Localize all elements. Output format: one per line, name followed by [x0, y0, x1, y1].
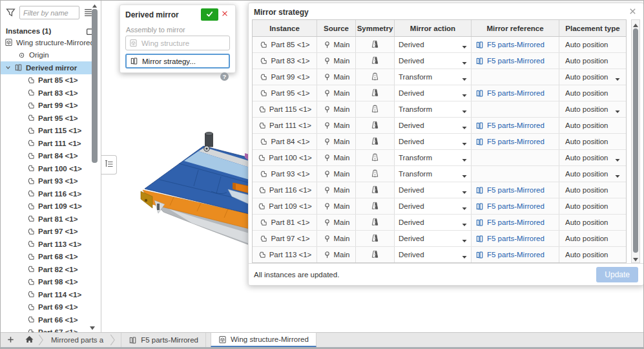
mirror-action-select[interactable]: Derived: [395, 182, 472, 198]
table-row: Part 99 <1>MainTransformAuto position: [253, 69, 626, 85]
placement-type-cell[interactable]: Auto position: [559, 150, 626, 165]
table-row: Part 95 <1>MainDerivedF5 parts-MirroredA…: [253, 85, 626, 101]
close-dialog-button[interactable]: [627, 6, 638, 18]
mirror-action-select[interactable]: Derived: [395, 37, 472, 52]
help-icon[interactable]: ?: [220, 72, 229, 81]
tree-item[interactable]: Part 81 <1>: [1, 213, 92, 226]
mirror-action-select[interactable]: Transform: [395, 150, 472, 165]
instance-label: Part 99 <1>: [271, 73, 309, 81]
source-cell: Main: [317, 215, 356, 230]
source-cell: Main: [317, 166, 356, 182]
tree-item[interactable]: Part 99 <1>: [1, 100, 92, 112]
mirror-action-select[interactable]: Derived: [395, 198, 472, 214]
tree-item[interactable]: Wing structure-Mirrored: [1, 36, 92, 49]
mirror-action-select[interactable]: Derived: [395, 247, 472, 262]
tree-item[interactable]: Part 82 <1>: [1, 263, 92, 276]
mirror-action-select[interactable]: Transform: [395, 69, 472, 85]
tree-scrollbar[interactable]: [92, 2, 98, 294]
tree-item[interactable]: Part 116 <1>: [1, 187, 92, 200]
mirror-reference-link[interactable]: F5 parts-Mirrored: [487, 218, 545, 226]
mirror-action-select[interactable]: Derived: [395, 118, 472, 133]
mirror-reference-link[interactable]: F5 parts-Mirrored: [487, 138, 545, 145]
tree-scroll-thumb[interactable]: [92, 9, 98, 163]
tree-item[interactable]: Part 98 <1>: [1, 276, 92, 289]
tree-item[interactable]: Part 115 <1>: [1, 125, 92, 138]
tree-item[interactable]: Part 93 <1>: [1, 175, 92, 188]
derived-icon: [475, 235, 484, 243]
tree-item-label: Part 100 <1>: [38, 165, 82, 173]
filter-input[interactable]: [19, 6, 79, 19]
scroll-down-icon[interactable]: [632, 256, 639, 261]
home-button[interactable]: [20, 333, 38, 347]
scroll-down-icon[interactable]: [89, 324, 96, 330]
placement-type-cell: Auto position: [559, 85, 626, 101]
mirror-action-select[interactable]: Transform: [395, 101, 472, 117]
tree-item[interactable]: Derived mirror: [1, 61, 92, 74]
tree-item[interactable]: Part 114 <1>: [1, 288, 92, 301]
source-label: Main: [334, 122, 350, 129]
tree-item[interactable]: Part 68 <1>: [1, 251, 92, 264]
tree-item[interactable]: Part 66 <1>: [1, 313, 92, 326]
tree-panel-toggle[interactable]: [101, 155, 117, 174]
table-scrollbar[interactable]: [631, 19, 640, 263]
mirror-action-select[interactable]: Derived: [395, 53, 472, 69]
mirror-reference-link[interactable]: F5 parts-Mirrored: [487, 186, 545, 194]
mirror-action-select[interactable]: Derived: [395, 231, 472, 246]
mirror-reference-link[interactable]: F5 parts-Mirrored: [487, 41, 545, 48]
tree-item[interactable]: Origin: [1, 49, 92, 62]
cancel-button[interactable]: [218, 8, 231, 21]
mirror-strategy-field[interactable]: Mirror strategy...: [125, 54, 230, 69]
mirror-reference-cell: F5 parts-Mirrored: [472, 247, 559, 262]
assembly-to-mirror-field[interactable]: Wing structure: [125, 36, 230, 50]
scroll-up-icon[interactable]: [632, 21, 639, 26]
document-tab[interactable]: Wing structure-Mirrored: [211, 332, 317, 347]
tree-item[interactable]: Part 67 <1>: [1, 326, 92, 333]
tree-item[interactable]: Part 97 <1>: [1, 226, 92, 238]
mirror-reference-link[interactable]: F5 parts-Mirrored: [487, 122, 545, 129]
mirror-action-select[interactable]: Derived: [395, 215, 472, 230]
tree-item[interactable]: Part 113 <1>: [1, 238, 92, 251]
table-row: Part 109 <1>MainDerivedF5 parts-Mirrored…: [253, 198, 626, 215]
mirror-reference-link[interactable]: F5 parts-Mirrored: [487, 202, 545, 210]
instance-tree: Wing structure-MirroredOriginDerived mir…: [1, 36, 101, 332]
part-icon: [26, 278, 35, 286]
tree-item[interactable]: Part 111 <1>: [1, 137, 92, 150]
mirror-action-select[interactable]: Derived: [395, 85, 472, 101]
update-button[interactable]: Update: [596, 267, 638, 282]
mirror-action-select[interactable]: Transform: [395, 166, 472, 182]
placement-type-cell[interactable]: Auto position: [559, 69, 626, 85]
placement-type-cell[interactable]: Auto position: [559, 166, 626, 182]
mirror-reference-cell: F5 parts-Mirrored: [472, 182, 559, 198]
source-cell: Main: [317, 150, 356, 165]
derived-icon: [475, 89, 484, 98]
mirror-action-value: Derived: [399, 57, 424, 65]
accept-button[interactable]: [201, 8, 218, 21]
assembly-icon: [129, 39, 138, 47]
symmetry-cell: [356, 69, 395, 85]
placement-type-value: Auto position: [565, 41, 608, 48]
tree-item[interactable]: Part 83 <1>: [1, 87, 92, 100]
add-tab-button[interactable]: [1, 333, 20, 347]
tree-item[interactable]: Part 95 <1>: [1, 112, 92, 125]
mirror-action-select[interactable]: Derived: [395, 134, 472, 149]
chevron-down-icon[interactable]: [5, 64, 14, 71]
mirror-reference-link[interactable]: F5 parts-Mirrored: [487, 89, 545, 97]
mirror-strategy-value: Mirror strategy...: [142, 58, 196, 65]
filter-funnel-icon[interactable]: [6, 8, 16, 17]
mirror-reference-link[interactable]: F5 parts-Mirrored: [487, 57, 545, 65]
tree-item[interactable]: Part 85 <1>: [1, 74, 92, 87]
tree-item[interactable]: Part 69 <1>: [1, 301, 92, 314]
breadcrumb[interactable]: Mirrored parts a: [45, 333, 110, 347]
part-icon: [257, 154, 265, 162]
scroll-up-icon[interactable]: [92, 2, 98, 7]
placement-type-cell[interactable]: Auto position: [559, 101, 626, 117]
tree-item[interactable]: Part 109 <1>: [1, 200, 92, 213]
tree-item[interactable]: Part 84 <1>: [1, 150, 92, 163]
tab-list: F5 parts-MirroredWing structure-Mirrored: [116, 333, 317, 347]
document-tab[interactable]: F5 parts-Mirrored: [121, 333, 206, 347]
mirror-reference-link[interactable]: F5 parts-Mirrored: [487, 235, 545, 242]
mirror-reference-link[interactable]: F5 parts-Mirrored: [487, 251, 545, 259]
table-row: Part 84 <1>MainDerivedF5 parts-MirroredA…: [253, 134, 626, 150]
table-scroll-thumb[interactable]: [633, 28, 638, 253]
tree-item[interactable]: Part 100 <1>: [1, 162, 92, 175]
